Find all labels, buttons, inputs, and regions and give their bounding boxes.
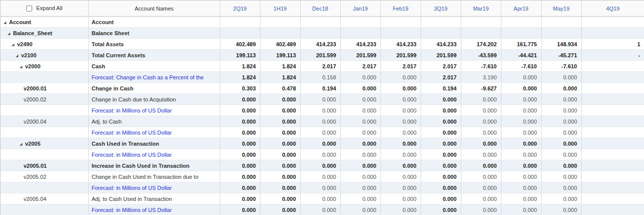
account-id-cell[interactable]: [1, 182, 88, 193]
value-cell[interactable]: 0.000: [501, 204, 541, 215]
value-cell[interactable]: 0.000: [421, 105, 461, 116]
value-cell[interactable]: 0.000: [260, 182, 300, 193]
value-cell[interactable]: [501, 28, 541, 39]
value-cell[interactable]: [581, 105, 644, 116]
value-cell[interactable]: 2.017: [421, 72, 461, 83]
value-cell[interactable]: -45.271: [541, 50, 581, 61]
value-cell[interactable]: 0.000: [380, 83, 421, 94]
value-cell[interactable]: 0.000: [220, 204, 260, 215]
value-cell[interactable]: [300, 17, 340, 28]
value-cell[interactable]: 0.000: [380, 127, 421, 138]
value-cell[interactable]: 0.000: [300, 160, 340, 171]
value-cell[interactable]: 0.000: [380, 105, 421, 116]
value-cell[interactable]: 0.000: [461, 94, 501, 105]
expand-triangle-icon[interactable]: ◢: [20, 65, 25, 69]
value-cell[interactable]: 0.000: [541, 204, 581, 215]
value-cell[interactable]: -7.610: [541, 61, 581, 72]
value-cell[interactable]: [340, 17, 380, 28]
value-cell[interactable]: [581, 61, 644, 72]
value-cell[interactable]: 0.000: [300, 138, 340, 149]
period-header-Jan19[interactable]: Jan19: [340, 1, 380, 17]
account-id-cell[interactable]: v2000.04: [1, 116, 88, 127]
account-name-cell[interactable]: Adj. to Cash Used in Transaction: [88, 193, 220, 204]
account-id-cell[interactable]: v2000.02: [1, 94, 88, 105]
value-cell[interactable]: 0.000: [421, 171, 461, 182]
value-cell[interactable]: 0.194: [300, 83, 340, 94]
expand-triangle-icon[interactable]: ◢: [20, 142, 25, 146]
value-cell[interactable]: 0.000: [380, 149, 421, 160]
account-id-cell[interactable]: ◢v2005: [1, 138, 88, 149]
value-cell[interactable]: 0.000: [501, 182, 541, 193]
value-cell[interactable]: [581, 94, 644, 105]
value-cell[interactable]: 0.000: [541, 94, 581, 105]
value-cell[interactable]: 0.000: [501, 127, 541, 138]
value-cell[interactable]: [380, 28, 421, 39]
value-cell[interactable]: 0.000: [340, 116, 380, 127]
period-header-1H19[interactable]: 1H19: [260, 1, 300, 17]
value-cell[interactable]: 174.202: [461, 39, 501, 50]
value-cell[interactable]: 0.000: [340, 182, 380, 193]
value-cell[interactable]: 0.000: [461, 116, 501, 127]
value-cell[interactable]: 3.190: [461, 72, 501, 83]
account-name-cell[interactable]: Change in Cash Used in Transaction due t…: [88, 171, 220, 182]
account-id-cell[interactable]: [1, 127, 88, 138]
value-cell[interactable]: 414.233: [300, 39, 340, 50]
value-cell[interactable]: 0.000: [461, 160, 501, 171]
value-cell[interactable]: 1.824: [220, 61, 260, 72]
value-cell[interactable]: 1: [581, 39, 644, 50]
value-cell[interactable]: 0.000: [380, 171, 421, 182]
value-cell[interactable]: 0.000: [340, 83, 380, 94]
value-cell[interactable]: 0.000: [340, 204, 380, 215]
account-id-cell[interactable]: v2000.01: [1, 83, 88, 94]
account-id-cell[interactable]: v2005.04: [1, 193, 88, 204]
period-header-2Q19[interactable]: 2Q19: [220, 1, 260, 17]
value-cell[interactable]: 0.000: [220, 160, 260, 171]
account-name-cell[interactable]: Cash: [88, 61, 220, 72]
value-cell[interactable]: 2.017: [340, 61, 380, 72]
value-cell[interactable]: 201.599: [340, 50, 380, 61]
forecast-method-cell[interactable]: Forecast: in Millions of US Dollar: [88, 127, 220, 138]
value-cell[interactable]: 2.017: [300, 61, 340, 72]
expand-triangle-icon[interactable]: ◢: [4, 21, 9, 25]
value-cell[interactable]: 414.233: [380, 39, 421, 50]
value-cell[interactable]: -9.627: [461, 83, 501, 94]
value-cell[interactable]: 0.000: [541, 105, 581, 116]
account-id-cell[interactable]: [1, 72, 88, 83]
value-cell[interactable]: 0.000: [340, 94, 380, 105]
account-id-cell[interactable]: v2005.02: [1, 171, 88, 182]
value-cell[interactable]: 0.000: [541, 138, 581, 149]
account-id-cell[interactable]: ◢Balance_Sheet: [1, 28, 88, 39]
period-header-Feb19[interactable]: Feb19: [380, 1, 421, 17]
value-cell[interactable]: -7.610: [501, 61, 541, 72]
value-cell[interactable]: 0.000: [541, 149, 581, 160]
account-id-cell[interactable]: [1, 105, 88, 116]
value-cell[interactable]: 0.000: [501, 116, 541, 127]
value-cell[interactable]: 414.233: [340, 39, 380, 50]
value-cell[interactable]: 0.000: [220, 127, 260, 138]
value-cell[interactable]: 0.000: [300, 116, 340, 127]
value-cell[interactable]: 402.489: [260, 39, 300, 50]
value-cell[interactable]: [461, 28, 501, 39]
value-cell[interactable]: 0.000: [340, 160, 380, 171]
value-cell[interactable]: [380, 17, 421, 28]
value-cell[interactable]: 0.000: [421, 182, 461, 193]
value-cell[interactable]: [421, 28, 461, 39]
value-cell[interactable]: 0.000: [380, 182, 421, 193]
value-cell[interactable]: 0.000: [220, 94, 260, 105]
value-cell[interactable]: 161.775: [501, 39, 541, 50]
value-cell[interactable]: -43.599: [461, 50, 501, 61]
value-cell[interactable]: 0.000: [260, 149, 300, 160]
value-cell[interactable]: 0.000: [220, 182, 260, 193]
period-header-Mar19[interactable]: Mar19: [461, 1, 501, 17]
value-cell[interactable]: 0.000: [340, 171, 380, 182]
value-cell[interactable]: 0.303: [220, 83, 260, 94]
account-id-cell[interactable]: ◢Account: [1, 17, 88, 28]
value-cell[interactable]: 0.000: [300, 149, 340, 160]
value-cell[interactable]: 1.824: [220, 72, 260, 83]
value-cell[interactable]: 0.000: [541, 182, 581, 193]
value-cell[interactable]: 0.000: [501, 171, 541, 182]
account-name-cell[interactable]: Change in Cash: [88, 83, 220, 94]
value-cell[interactable]: 0.000: [541, 116, 581, 127]
value-cell[interactable]: 0.000: [380, 94, 421, 105]
value-cell[interactable]: 0.000: [340, 72, 380, 83]
